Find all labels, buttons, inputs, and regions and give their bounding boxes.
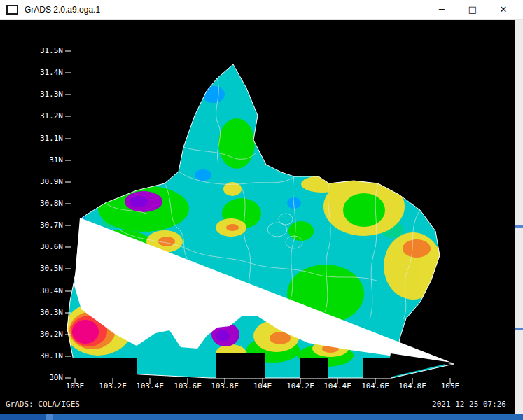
- contour-map: [0, 20, 515, 414]
- y-axis-label: 31N: [25, 155, 63, 165]
- x-axis-label: 103.4E: [130, 382, 169, 391]
- timestamp: 2021-12-25-07:26: [432, 400, 506, 409]
- y-axis-label: 30.9N: [25, 177, 63, 187]
- minimize-button[interactable]: ─: [426, 1, 457, 19]
- grads-window: GrADS 2.0.a9.oga.1 ─ □ ✕: [0, 0, 523, 420]
- taskbar[interactable]: [0, 414, 523, 420]
- y-axis-label: 30.3N: [25, 308, 63, 318]
- maximize-button[interactable]: □: [457, 1, 488, 19]
- y-axis-label: 30.8N: [25, 199, 63, 209]
- grads-credit: GrADS: COLA/IGES: [6, 400, 80, 409]
- x-axis-label: 104.8E: [393, 382, 432, 391]
- y-axis-label: 30.2N: [25, 330, 63, 340]
- y-axis-label: 31.5N: [25, 46, 63, 56]
- grads-canvas: 31.5N 31.4N 31.3N 31.2N 31.1N 31N 30.9N …: [0, 20, 515, 414]
- x-axis-label: 104.2E: [281, 382, 320, 391]
- x-axis-label: 105E: [431, 382, 470, 391]
- y-axis-label: 31.2N: [25, 111, 63, 121]
- y-axis-label: 30.6N: [25, 242, 63, 252]
- taskbar-start-segment: [0, 414, 46, 420]
- y-axis-label: 31.4N: [25, 68, 63, 78]
- taskbar-accent-segment: [46, 414, 53, 420]
- y-axis-label: 30.5N: [25, 264, 63, 274]
- y-axis-label: 30.7N: [25, 220, 63, 230]
- y-axis-label: 30.1N: [25, 351, 63, 361]
- x-axis-label: 104.6E: [356, 382, 395, 391]
- x-axis-label: 104E: [243, 382, 282, 391]
- title-bar[interactable]: GrADS 2.0.a9.oga.1 ─ □ ✕: [0, 0, 523, 20]
- window-icon: [6, 5, 18, 15]
- close-button[interactable]: ✕: [488, 1, 519, 19]
- desktop-edge: [515, 20, 523, 414]
- x-axis-label: 104.4E: [318, 382, 357, 391]
- x-axis-label: 103.6E: [168, 382, 207, 391]
- y-axis-label: 31.3N: [25, 90, 63, 99]
- x-axis-label: 103.8E: [205, 382, 244, 391]
- contour-green-cores: [343, 193, 385, 227]
- y-axis-label: 31.1N: [25, 134, 63, 144]
- window-title: GrADS 2.0.a9.oga.1: [25, 5, 100, 15]
- y-axis-label: 30.4N: [25, 286, 63, 296]
- gutter-mark: [515, 225, 523, 228]
- x-axis-label: 103.2E: [93, 382, 132, 391]
- x-axis-label: 103E: [55, 382, 95, 391]
- window-controls: ─ □ ✕: [426, 1, 519, 19]
- gutter-mark: [515, 328, 523, 330]
